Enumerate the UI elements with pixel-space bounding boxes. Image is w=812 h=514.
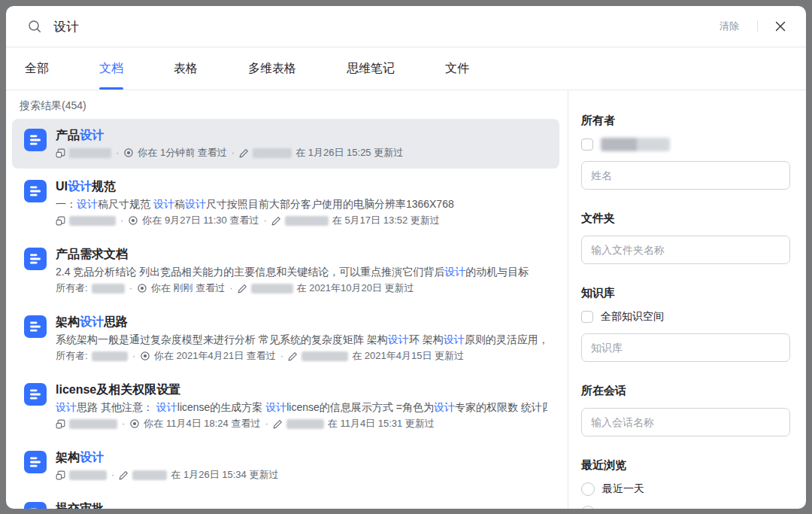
filter-section-recent: 最近浏览 最近一天 — [581, 458, 795, 509]
tab-mindnotes[interactable]: 思维笔记 — [347, 47, 395, 90]
meta-separator: · — [132, 348, 135, 364]
all-wiki-label: 全部知识空间 — [601, 310, 664, 324]
results-count-label: 搜索结果(454) — [20, 99, 559, 113]
search-icon — [27, 19, 42, 34]
meta-separator: · — [116, 144, 119, 161]
close-icon[interactable] — [774, 20, 786, 32]
edit-icon — [288, 351, 298, 361]
redacted-name — [92, 351, 128, 361]
meta-separator: · — [265, 415, 268, 432]
recent-day-radio[interactable] — [581, 482, 595, 496]
result-meta: 所有者:·你在 刚刚 查看过·在 2021年10月20日 更新过 — [56, 280, 547, 297]
result-item[interactable]: 架构设计·在 1月26日 15:34 更新过 — [12, 441, 559, 491]
result-meta: ·你在 9月27日 11:30 查看过·在 5月17日 13:52 更新过 — [56, 212, 547, 229]
header-divider — [757, 20, 758, 32]
tab-sheets[interactable]: 表格 — [174, 47, 198, 90]
meta-separator: · — [232, 144, 235, 161]
search-modal: 设计 清除 全部文档表格多维表格思维笔记文件 搜索结果(454) 产品设计·你在… — [6, 6, 806, 509]
chat-input[interactable] — [581, 408, 790, 436]
tab-bar: 全部文档表格多维表格思维笔记文件 — [6, 47, 806, 90]
result-title: 架构设计 — [56, 449, 547, 467]
result-item[interactable]: license及相关权限设置设计思路 其他注意： 设计license的生成方案 … — [12, 373, 559, 439]
filter-section-owner: 所有者 — [581, 113, 795, 190]
tab-docs[interactable]: 文档 — [99, 47, 123, 90]
eye-icon — [137, 283, 147, 293]
redacted-name — [69, 419, 117, 429]
edit-icon — [271, 216, 281, 226]
result-meta: ·在 1月26日 15:34 更新过 — [56, 467, 547, 483]
tab-all[interactable]: 全部 — [25, 47, 49, 90]
redacted-name — [69, 148, 111, 158]
filter-sidebar: 所有者 文件夹 知识库 全部知识空间 所在会话 — [568, 90, 806, 509]
meta-separator: · — [280, 348, 283, 364]
search-bar: 设计 清除 — [6, 6, 806, 47]
meta-separator: · — [122, 415, 125, 432]
redacted-name — [251, 284, 293, 293]
result-title: 产品需求文档 — [56, 245, 547, 263]
eye-icon — [140, 351, 150, 361]
meta-text: 你在 9月27日 11:30 查看过 — [142, 212, 259, 229]
result-snippet: 一：设计稿尺寸规范 设计稿设计尺寸按照目前大部分客户使用的电脑分辨率1366X7… — [56, 196, 547, 212]
owner-checkbox[interactable] — [581, 138, 593, 151]
meta-text: 在 2021年10月20日 更新过 — [297, 280, 414, 297]
result-snippet: 系统架构一般是通过复杂度模型来进行分析 常见系统的复杂度矩阵 架构设计环 架构设… — [56, 331, 547, 348]
location-icon — [56, 148, 65, 158]
filter-section-wiki: 知识库 全部知识空间 — [581, 285, 795, 362]
result-item[interactable]: 架构设计思路系统架构一般是通过复杂度模型来进行分析 常见系统的复杂度矩阵 架构设… — [12, 306, 559, 372]
owner-prefix: 所有者: — [56, 348, 88, 364]
result-item[interactable]: 提交审批 — [12, 492, 559, 509]
location-icon — [56, 216, 65, 226]
redacted-name — [69, 216, 116, 226]
result-item[interactable]: 产品设计·你在 1分钟前 查看过·在 1月26日 15:25 更新过 — [12, 119, 559, 169]
recent-title: 最近浏览 — [581, 458, 795, 473]
result-panel: 搜索结果(454) 产品设计·你在 1分钟前 查看过·在 1月26日 15:25… — [6, 90, 568, 509]
edit-icon — [273, 419, 283, 429]
redacted-name — [286, 419, 324, 429]
meta-separator: · — [120, 212, 123, 229]
meta-text: 你在 刚刚 查看过 — [151, 280, 225, 297]
recent-option-next[interactable] — [581, 506, 795, 509]
clear-button[interactable]: 清除 — [720, 20, 739, 33]
redacted-owner-name — [601, 138, 670, 151]
all-wiki-row[interactable]: 全部知识空间 — [581, 310, 795, 324]
result-snippet: 2.4 竞品分析结论 列出竞品相关能力的主要信息和关键结论，可以重点推演它们背后… — [56, 263, 547, 280]
meta-separator: · — [111, 467, 114, 483]
recent-option-day[interactable]: 最近一天 — [581, 482, 795, 496]
search-input[interactable]: 设计 — [53, 18, 720, 35]
doc-icon — [24, 180, 47, 202]
doc-icon — [24, 383, 47, 406]
meta-text: 在 5月17日 13:52 更新过 — [332, 212, 440, 229]
wiki-title: 知识库 — [581, 285, 795, 300]
all-wiki-checkbox[interactable] — [581, 311, 593, 323]
result-title: UI设计规范 — [56, 178, 547, 196]
filter-section-chat: 所在会话 — [581, 383, 795, 436]
result-item[interactable]: 产品需求文档2.4 竞品分析结论 列出竞品相关能力的主要信息和关键结论，可以重点… — [12, 238, 559, 304]
doc-icon — [24, 315, 47, 338]
recent-next-radio[interactable] — [581, 506, 595, 509]
result-title: 产品设计 — [56, 126, 547, 144]
edit-icon — [238, 284, 247, 293]
meta-text: 在 1月26日 15:25 更新过 — [295, 144, 403, 161]
result-meta: ·你在 11月4日 18:24 查看过·在 11月4日 15:31 更新过 — [56, 415, 547, 432]
meta-separator: · — [129, 280, 132, 297]
tab-base[interactable]: 多维表格 — [248, 47, 296, 90]
doc-icon — [24, 248, 47, 270]
location-icon — [56, 419, 65, 429]
redacted-name — [69, 470, 107, 480]
tab-files[interactable]: 文件 — [445, 47, 469, 90]
meta-text: 你在 2021年4月21日 查看过 — [154, 348, 276, 364]
folder-input[interactable] — [581, 236, 790, 264]
filter-section-folder: 文件夹 — [581, 211, 795, 264]
eye-icon — [123, 148, 134, 158]
wiki-input[interactable] — [581, 333, 790, 362]
result-title: license及相关权限设置 — [56, 381, 547, 399]
owner-title: 所有者 — [581, 113, 795, 128]
meta-text: 你在 11月4日 18:24 查看过 — [144, 415, 260, 432]
meta-text: 在 11月4日 15:31 更新过 — [328, 415, 435, 432]
doc-icon — [24, 129, 47, 151]
owner-current-row[interactable] — [581, 138, 795, 151]
chat-title: 所在会话 — [581, 383, 795, 398]
owner-name-input[interactable] — [581, 161, 790, 190]
result-item[interactable]: UI设计规范一：设计稿尺寸规范 设计稿设计尺寸按照目前大部分客户使用的电脑分辨率… — [12, 170, 559, 236]
doc-icon — [24, 451, 47, 473]
